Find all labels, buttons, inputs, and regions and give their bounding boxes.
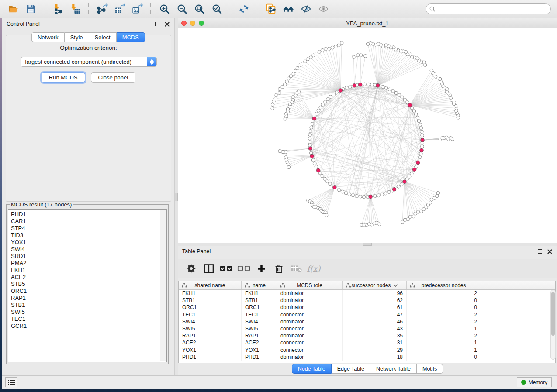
table-row[interactable]: ORC1ORC1dominator610 <box>179 304 555 311</box>
cell-predecessor-nodes: 2 <box>407 318 481 325</box>
tab-select[interactable]: Select <box>89 32 117 42</box>
save-session-icon[interactable] <box>24 3 37 16</box>
hide-selection-icon[interactable] <box>299 3 312 16</box>
zoom-in-icon[interactable] <box>158 3 171 16</box>
table-tab-network-table[interactable]: Network Table <box>370 364 417 374</box>
network-view-titlebar[interactable]: YPA_prune.txt_1 <box>178 18 557 28</box>
table-row[interactable]: SWI5SWI5connector431 <box>179 325 555 332</box>
splitter-grip[interactable] <box>363 243 372 246</box>
maximize-window-icon[interactable] <box>199 21 204 26</box>
split-panel-icon[interactable] <box>201 262 216 275</box>
task-history-button[interactable] <box>5 377 17 387</box>
tab-mcds[interactable]: MCDS <box>117 32 145 42</box>
attribute-type-icon <box>410 283 415 288</box>
list-scrollbar[interactable] <box>160 210 166 361</box>
column-header-name[interactable]: name <box>242 281 277 289</box>
close-panel-icon[interactable] <box>164 21 170 27</box>
float-panel-icon[interactable] <box>537 249 543 254</box>
table-scrollbar[interactable] <box>550 290 556 360</box>
cell-empty <box>481 325 555 332</box>
splitter-grip[interactable] <box>175 193 178 201</box>
table-row[interactable]: TEC1TEC1connector472 <box>179 311 555 318</box>
new-network-from-selection-icon[interactable] <box>264 3 277 16</box>
mcds-result-item[interactable]: STB5 <box>11 281 166 288</box>
zoom-selected-icon[interactable] <box>210 3 223 16</box>
search-input[interactable] <box>437 4 550 14</box>
table-row[interactable]: STB1STB1dominator620 <box>179 297 555 304</box>
table-row[interactable]: RAP1RAP1dominator352 <box>179 332 555 339</box>
import-table-icon[interactable] <box>69 3 82 16</box>
mcds-result-item[interactable]: SWI4 <box>11 246 166 253</box>
add-entry-icon[interactable] <box>254 262 269 275</box>
mcds-result-item[interactable]: CAR1 <box>11 218 166 225</box>
mcds-result-item[interactable]: SRD1 <box>11 253 166 260</box>
export-image-icon[interactable] <box>131 3 144 16</box>
export-network-icon[interactable] <box>96 3 109 16</box>
column-header-successor-nodes[interactable]: successor nodes <box>343 281 407 289</box>
horizontal-splitter[interactable] <box>178 243 557 246</box>
mcds-result-item[interactable]: SWI5 <box>11 309 166 316</box>
network-view-window: YPA_prune.txt_1 <box>178 18 557 243</box>
cell-mcds-role: dominator <box>277 318 343 325</box>
column-header-shared-name[interactable]: shared name <box>179 281 242 289</box>
tab-style[interactable]: Style <box>65 32 89 42</box>
table-row[interactable]: SWI4SWI4dominator462 <box>179 318 555 325</box>
cell-empty <box>481 332 555 339</box>
apply-layout-icon[interactable] <box>237 3 250 16</box>
mcds-result-item[interactable]: STP4 <box>11 225 166 232</box>
minimize-window-icon[interactable] <box>190 21 195 26</box>
cell-successor-nodes: 31 <box>343 339 407 346</box>
cell-shared-name: RAP1 <box>179 332 242 339</box>
memory-button[interactable]: Memory <box>517 377 552 387</box>
table-tab-motifs[interactable]: Motifs <box>417 364 443 374</box>
column-header-empty <box>481 281 555 289</box>
mcds-result-item[interactable]: TEC1 <box>11 316 166 323</box>
float-panel-icon[interactable] <box>154 21 160 27</box>
mcds-result-item[interactable]: RAP1 <box>11 295 166 302</box>
table-tab-node-table[interactable]: Node Table <box>292 364 332 374</box>
scrollbar-thumb[interactable] <box>551 292 555 336</box>
import-network-icon[interactable] <box>51 3 64 16</box>
search-box[interactable] <box>426 3 551 14</box>
mcds-result-item[interactable]: FKH1 <box>11 267 166 274</box>
column-settings-icon[interactable] <box>184 262 199 275</box>
zoom-fit-icon[interactable] <box>193 3 206 16</box>
cell-successor-nodes: 18 <box>343 354 407 361</box>
cell-shared-name: SWI4 <box>179 318 242 325</box>
open-file-icon[interactable] <box>7 3 20 16</box>
network-graph-canvas[interactable] <box>178 28 557 243</box>
first-neighbors-icon[interactable] <box>282 3 295 16</box>
run-mcds-button[interactable]: Run MCDS <box>42 72 85 83</box>
close-panel-icon[interactable] <box>547 249 553 254</box>
column-header-predecessor-nodes[interactable]: predecessor nodes <box>407 281 481 289</box>
zoom-out-icon[interactable] <box>175 3 188 16</box>
table-row[interactable]: YOX1YOX1connector291 <box>179 347 555 354</box>
close-panel-button[interactable]: Close panel <box>91 72 136 83</box>
main-toolbar <box>0 0 557 18</box>
delete-entry-icon[interactable] <box>271 262 286 275</box>
mcds-result-list[interactable]: PHD1CAR1STP4TID3YOX1SWI4SRD1PMA2FKH1ACE2… <box>8 209 167 362</box>
column-header-mcds-role[interactable]: MCDS role <box>277 281 343 289</box>
mcds-result-item[interactable]: GCR1 <box>11 323 166 330</box>
cell-successor-nodes: 96 <box>343 290 407 297</box>
toolbar-separator <box>257 3 258 15</box>
mcds-result-item[interactable]: ACE2 <box>11 274 166 281</box>
table-row[interactable]: PHD1PHD1dominator180 <box>179 354 555 361</box>
mcds-result-item[interactable]: ORC1 <box>11 288 166 295</box>
close-window-icon[interactable] <box>181 21 187 26</box>
deselect-all-icon[interactable] <box>236 262 251 275</box>
export-table-icon[interactable] <box>113 3 126 16</box>
optimization-criterion-select[interactable]: largest connected component (undirected) <box>21 57 157 67</box>
mcds-result-item[interactable]: YOX1 <box>11 239 166 246</box>
mcds-result-item[interactable]: PHD1 <box>11 211 166 218</box>
tab-network[interactable]: Network <box>31 32 65 42</box>
mcds-result-item[interactable]: STB1 <box>11 302 166 309</box>
select-all-icon[interactable] <box>219 262 234 275</box>
toolbar-separator <box>150 3 151 15</box>
mcds-result-item[interactable]: PMA2 <box>11 260 166 267</box>
vertical-splitter[interactable] <box>175 18 178 375</box>
table-row[interactable]: FKH1FKH1dominator962 <box>179 290 555 297</box>
table-tab-edge-table[interactable]: Edge Table <box>332 364 370 374</box>
table-row[interactable]: ACE2ACE2connector311 <box>179 339 555 346</box>
mcds-result-item[interactable]: TID3 <box>11 232 166 239</box>
